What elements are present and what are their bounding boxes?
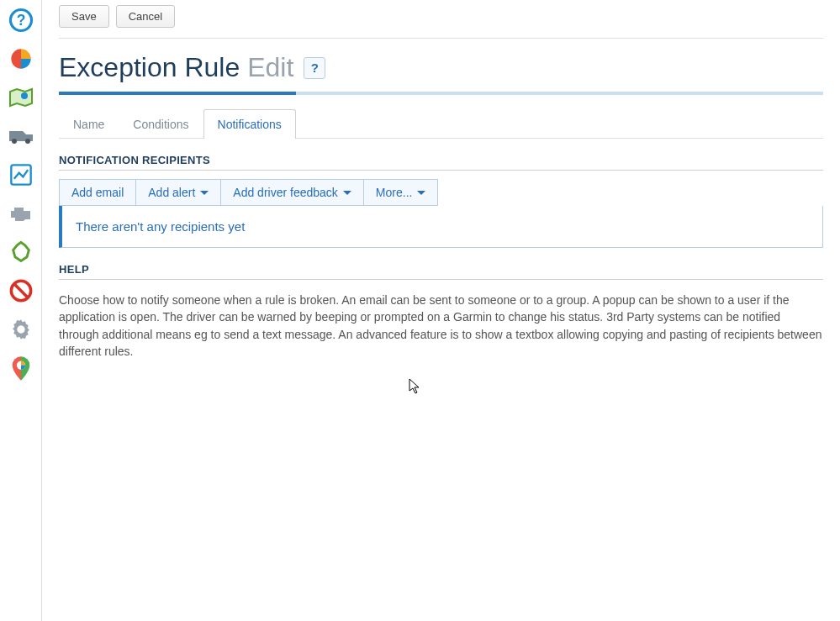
save-button[interactable]: Save <box>59 5 109 28</box>
tab-notifications[interactable]: Notifications <box>203 109 296 139</box>
help-paragraph: Choose how to notify someone when a rule… <box>59 292 823 360</box>
left-sidebar: ? <box>0 0 42 621</box>
add-email-button[interactable]: Add email <box>59 180 135 205</box>
page-help-button[interactable]: ? <box>304 57 325 79</box>
chart-icon[interactable] <box>6 160 36 190</box>
chevron-down-icon <box>343 191 351 195</box>
help-icon[interactable]: ? <box>6 5 36 35</box>
recipients-action-bar: Add email Add alert Add driver feedback … <box>59 179 438 206</box>
add-email-label: Add email <box>71 186 124 199</box>
main-content: Save Cancel Exception Rule Edit ? Name C… <box>42 0 840 621</box>
svg-line-7 <box>13 284 27 297</box>
progress-fill <box>59 92 296 95</box>
chevron-down-icon <box>417 191 425 195</box>
cancel-button[interactable]: Cancel <box>116 5 175 28</box>
section-help-header: HELP <box>59 263 823 280</box>
page-title: Exception Rule Edit <box>59 52 293 83</box>
tab-bar: Name Conditions Notifications <box>59 108 823 139</box>
chevron-down-icon <box>200 191 209 195</box>
tab-name[interactable]: Name <box>59 109 119 139</box>
zone-icon[interactable] <box>6 237 36 267</box>
more-label: More... <box>376 186 413 199</box>
page-heading-row: Exception Rule Edit ? <box>59 52 823 83</box>
svg-text:?: ? <box>16 12 25 29</box>
svg-point-4 <box>25 139 30 144</box>
tab-conditions[interactable]: Conditions <box>119 109 203 139</box>
recipients-empty-callout: There aren't any recipients yet <box>59 206 823 248</box>
map-icon[interactable] <box>6 82 36 113</box>
dashboard-icon[interactable] <box>6 44 36 74</box>
settings-icon[interactable] <box>6 314 36 345</box>
svg-point-2 <box>21 92 28 99</box>
toolbar: Save Cancel <box>59 5 823 39</box>
section-recipients-header: NOTIFICATION RECIPIENTS <box>59 154 823 171</box>
page-title-sub: Edit <box>247 52 293 82</box>
more-button[interactable]: More... <box>363 180 438 205</box>
vehicle-icon[interactable] <box>6 121 36 151</box>
svg-point-3 <box>12 139 17 144</box>
location-multicolor-icon[interactable] <box>6 353 36 383</box>
engine-icon[interactable] <box>6 198 36 229</box>
add-driver-feedback-label: Add driver feedback <box>233 186 338 199</box>
add-alert-button[interactable]: Add alert <box>135 180 220 205</box>
add-alert-label: Add alert <box>148 186 195 199</box>
page-title-main: Exception Rule <box>59 52 240 82</box>
add-driver-feedback-button[interactable]: Add driver feedback <box>220 180 363 205</box>
progress-bar <box>59 92 823 95</box>
prohibit-icon[interactable] <box>6 276 36 306</box>
